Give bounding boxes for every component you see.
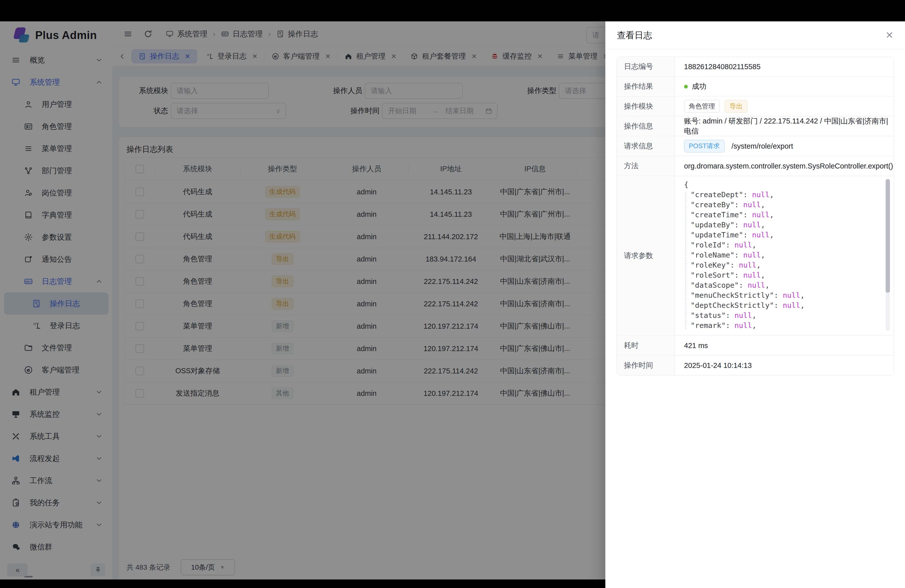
detail-row: 操作时间2025-01-24 10:14:13: [617, 356, 894, 375]
detail-row: 日志编号1882612840802115585: [617, 57, 894, 77]
post-request-tag: POST请求: [684, 140, 724, 152]
detail-label: 请求参数: [617, 176, 675, 335]
detail-label: 操作模块: [617, 97, 675, 116]
detail-row: 请求信息POST请求/system/role/export: [617, 136, 894, 156]
json-line: "createBy": null,: [684, 200, 894, 210]
detail-row: 耗时421 ms: [617, 336, 894, 356]
log-detail-table: 日志编号1882612840802115585操作结果成功操作模块角色管理导出操…: [617, 57, 894, 375]
detail-label: 操作时间: [617, 356, 675, 375]
module-tag: 导出: [725, 100, 747, 113]
json-line: "roleSort": null,: [684, 270, 894, 280]
close-icon[interactable]: ✕: [885, 30, 894, 40]
json-line: "roleName": null,: [684, 250, 894, 260]
detail-value: 1882612840802115585: [684, 63, 761, 71]
json-line: "createTime": null,: [684, 210, 894, 220]
json-line: "updateBy": null,: [684, 220, 894, 230]
detail-value: 2025-01-24 10:14:13: [684, 361, 752, 370]
view-log-drawer: 查看日志 ✕ 日志编号1882612840802115585操作结果成功操作模块…: [605, 21, 905, 588]
drawer-header: 查看日志 ✕: [605, 21, 905, 49]
drawer-title: 查看日志: [617, 29, 652, 41]
scrollbar-thumb[interactable]: [886, 179, 890, 293]
detail-value: org.dromara.system.controller.system.Sys…: [684, 162, 893, 170]
detail-row: 方法org.dromara.system.controller.system.S…: [617, 156, 894, 176]
json-line: "remark": null,: [684, 320, 894, 331]
detail-value: 账号: admin / 研发部门 / 222.175.114.242 / 中国|…: [684, 116, 889, 136]
detail-label: 耗时: [617, 336, 675, 355]
json-line: "status": null,: [684, 310, 894, 320]
detail-value: 421 ms: [684, 342, 708, 350]
detail-label: 日志编号: [617, 57, 675, 76]
json-line: {: [684, 180, 894, 190]
detail-row: 操作信息账号: admin / 研发部门 / 222.175.114.242 /…: [617, 116, 894, 136]
detail-label: 操作信息: [617, 116, 675, 136]
detail-label: 操作结果: [617, 77, 675, 96]
module-tag: 角色管理: [684, 100, 720, 113]
json-line: "roleKey": null,: [684, 260, 894, 270]
detail-row: 操作模块角色管理导出: [617, 97, 894, 116]
json-line: "roleId": null,: [684, 240, 894, 250]
json-line: "dataScope": null,: [684, 280, 894, 290]
indent-guide: [686, 192, 686, 329]
json-line: "deptCheckStrictly": null,: [684, 300, 894, 310]
detail-value: 成功: [692, 81, 707, 92]
detail-label: 方法: [617, 156, 675, 176]
screen: { "colors":{"accent":"#3d6aeb","success"…: [0, 0, 905, 588]
json-line: "updateTime": null,: [684, 230, 894, 240]
request-path: /system/role/export: [732, 142, 793, 150]
json-line: "createDept": null,: [684, 190, 894, 200]
request-params-json[interactable]: {"createDept": null,"createBy": null,"cr…: [675, 176, 894, 335]
json-line: "menuCheckStrictly": null,: [684, 290, 894, 300]
success-dot-icon: [684, 85, 688, 89]
detail-row: 操作结果成功: [617, 77, 894, 97]
drawer-mask[interactable]: [0, 21, 605, 580]
detail-label: 请求信息: [617, 136, 675, 156]
detail-row: 请求参数{"createDept": null,"createBy": null…: [617, 176, 894, 336]
